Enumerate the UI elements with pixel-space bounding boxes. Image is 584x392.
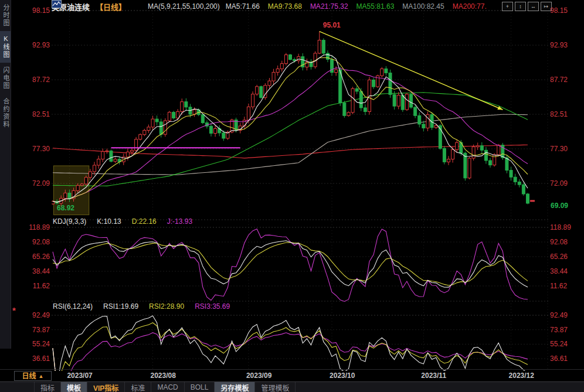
kdj-d-value: D:22.16 [132, 217, 157, 226]
last-price-tick [530, 200, 535, 202]
rsi-header[interactable]: RSI(6,12,24) RSI1:19.69 RSI2:28.90 RSI3:… [53, 302, 230, 311]
x-axis-row: 日线 ▲ 2023/072023/082023/092023/102023/11… [0, 369, 584, 382]
line-chart-icon[interactable] [132, 2, 142, 11]
month-label-2023/10: 2023/10 [330, 371, 355, 380]
indicator-marker-icon[interactable]: * [12, 305, 16, 315]
period-selector-label: 日线 [22, 373, 36, 380]
tab-管理模板[interactable]: 管理模板 [255, 382, 296, 392]
period-selector[interactable]: 日线 ▲ [14, 371, 52, 381]
high-annotation: 95.01 [323, 21, 341, 29]
kdj-axis-label-right: 38.44 [550, 268, 584, 275]
tab-另存模板[interactable]: 另存模板 [215, 382, 255, 392]
sidebar-item-0[interactable]: 分时图 [0, 0, 11, 31]
ma-values: MA5:71.66MA9:73.68MA21:75.32MA55:81.63MA… [226, 2, 487, 11]
price-axis-label-right: 98.15 [550, 7, 584, 14]
ma-value-4: MA100:82.45 [402, 2, 444, 11]
last-price-label: 69.09 [551, 202, 568, 210]
candlestick-chart-canvas[interactable] [0, 0, 584, 392]
kdj-axis-label-right: 65.26 [550, 253, 584, 260]
sidebar-item-2[interactable]: 闪电图 [0, 63, 11, 94]
kdj-axis-label-left: 38.44 [15, 268, 50, 275]
tab-BOLL[interactable]: BOLL [185, 382, 215, 392]
kdj-j-value: J:-13.93 [167, 217, 192, 226]
month-label-2023/12: 2023/12 [509, 371, 534, 380]
period-tag: 【日线】 [96, 1, 126, 12]
rsi-axis-label-left: 92.49 [15, 312, 50, 319]
month-label-2023/08: 2023/08 [151, 371, 176, 380]
price-axis-label-right: 92.93 [550, 42, 584, 49]
chart-header: 美原油连续 【日线】 MA(5,9,21,55,100,200) MA5:71.… [52, 0, 487, 13]
rsi2-value: RSI2:28.90 [149, 302, 184, 311]
chart-toolbar: +↕↔↦ [502, 2, 552, 11]
rsi-axis-label-left: 55.24 [15, 340, 50, 347]
ma-value-1: MA9:73.68 [268, 2, 302, 11]
rsi3-value: RSI3:35.69 [195, 302, 230, 311]
rsi-axis-label-left: 36.61 [15, 355, 50, 362]
ma-value-0: MA5:71.66 [226, 2, 260, 11]
low-annotation: 68.92 [57, 204, 74, 212]
rsi-label: RSI(6,12,24) [53, 302, 93, 311]
gridlines [52, 11, 549, 369]
month-label-2023/09: 2023/09 [246, 371, 271, 380]
tab-VIP指标[interactable]: VIP指标 [87, 382, 125, 392]
price-axis-label-left: 77.30 [15, 145, 50, 152]
tab-指标[interactable]: 指标 [35, 382, 61, 392]
tab-标准[interactable]: 标准 [125, 382, 151, 392]
price-axis-label-right: 72.09 [550, 180, 584, 187]
rsi-axis-label-right: 73.87 [550, 326, 584, 333]
chart-type-sidebar: 分时图K线图闪电图合约资料 [0, 0, 11, 349]
kdj-header[interactable]: KDJ(9,3,3) K:10.13 D:22.16 J:-13.93 [53, 217, 192, 226]
price-axis-label-left: 72.09 [15, 180, 50, 187]
price-axis-label-left: 82.51 [15, 111, 50, 118]
x-axis-scale-icon[interactable]: ↔ [528, 2, 539, 11]
kdj-axis-label-right: 92.08 [550, 238, 584, 246]
kdj-axis-label-left: 65.26 [15, 253, 50, 260]
triangle-up-icon: ▲ [39, 373, 44, 380]
main-panel [52, 32, 535, 215]
kdj-panel [53, 229, 528, 302]
tab-bar-spacer [0, 382, 35, 392]
chart-application-window: 分时图K线图闪电图合约资料 美原油连续 【日线】 MA(5,9,21,55,10… [0, 0, 584, 392]
kdj-label: KDJ(9,3,3) [53, 217, 86, 226]
price-axis-label-left: 92.93 [15, 42, 50, 49]
tab-MACD[interactable]: MACD [151, 382, 184, 392]
price-axis-label-right: 77.30 [550, 145, 584, 152]
candles [52, 32, 529, 206]
kdj-axis-label-left: 118.89 [15, 224, 50, 231]
rsi-axis-label-right: 92.49 [550, 312, 584, 319]
crosshair-icon[interactable]: + [502, 2, 513, 11]
rsi1-value: RSI1:19.69 [103, 302, 138, 311]
kdj-axis-label-right: 11.62 [550, 282, 584, 289]
y-axis-scale-icon[interactable]: ↕ [515, 2, 526, 11]
kdj-axis-label-right: 118.89 [550, 224, 584, 231]
kdj-k-value: K:10.13 [97, 217, 121, 226]
rsi-axis-label-right: 55.24 [550, 340, 584, 347]
sidebar-item-1[interactable]: K线图 [0, 31, 11, 63]
bottom-tab-bar: 指标模板VIP指标标准MACDBOLL另存模板管理模板 [0, 381, 584, 392]
month-label-2023/11: 2023/11 [421, 371, 446, 380]
tab-模板[interactable]: 模板 [61, 382, 87, 392]
kdj-axis-label-left: 92.08 [15, 238, 50, 246]
price-axis-label-left: 87.72 [15, 76, 50, 83]
rsi-axis-label-left: 73.87 [15, 326, 50, 333]
price-axis-label-left: 98.15 [15, 7, 50, 14]
ma-value-3: MA55:81.63 [356, 2, 395, 11]
kdj-axis-label-left: 11.62 [15, 282, 50, 289]
price-axis-label-right: 87.72 [550, 76, 584, 83]
ma-settings-label[interactable]: MA(5,9,21,55,100,200) [148, 2, 220, 11]
price-axis-label-right: 82.51 [550, 111, 584, 118]
ma-value-2: MA21:75.32 [310, 2, 348, 11]
ma-value-5: MA200:77. [453, 2, 487, 11]
month-label-2023/07: 2023/07 [67, 371, 92, 380]
rsi-axis-label-right: 36.61 [550, 355, 584, 362]
sidebar-item-3[interactable]: 合约资料 [0, 94, 11, 132]
